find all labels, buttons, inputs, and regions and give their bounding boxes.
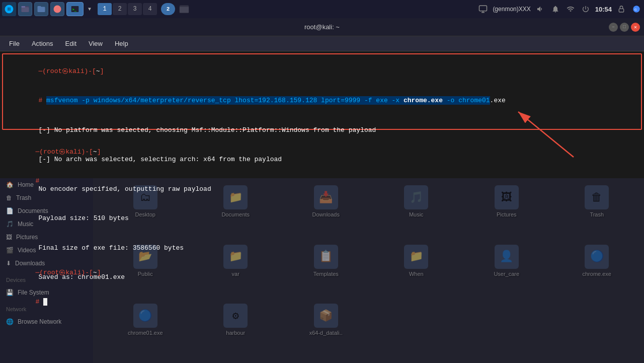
window-controls: – □ ✕ — [609, 23, 640, 32]
menu-view[interactable]: View — [84, 38, 108, 49]
prompt-path-2: ~ — [93, 148, 97, 156]
prompt-user-2: root㉿kali — [43, 148, 81, 156]
lower-terminal-1: ─(root㉿kali)-[~] # — [4, 134, 101, 196]
title-bar: root@kali: ~ – □ ✕ — [0, 18, 644, 36]
chrome-taskbar-icon[interactable]: G — [631, 4, 642, 15]
hash-symbol-1: # — [38, 97, 46, 104]
terminal-taskbar-btn[interactable]: >_ — [66, 2, 84, 16]
x64-icon: 📦 — [314, 304, 338, 328]
prompt-bracket-2: )-[ — [81, 148, 93, 156]
prompt-user-1: root㉿kali — [46, 67, 84, 75]
network-icon[interactable] — [565, 4, 576, 15]
prompt-path-1: ~ — [96, 67, 100, 75]
files-taskbar-btn[interactable] — [18, 2, 32, 16]
browse-network-icon: 🌐 — [6, 318, 14, 325]
workspace-1[interactable]: 1 — [98, 3, 112, 15]
prompt-bracket-3: )-[ — [81, 269, 93, 276]
svg-rect-8 — [479, 6, 487, 11]
workspace-switcher: 1 2 3 4 — [98, 3, 157, 15]
chrome01-exe-icon: 🔵 — [133, 304, 157, 328]
svg-rect-2 — [22, 6, 26, 8]
kali-menu-icon[interactable] — [2, 2, 16, 16]
prompt-line-1: ─(root㉿kali)-[~] — [7, 56, 637, 86]
taskbar-right: (genmon)XXX 10:54 G — [477, 4, 642, 15]
command-line: # msfvenom -p windows/x64/meterpreter/re… — [7, 86, 637, 116]
hash-line-2: # — [4, 167, 101, 196]
svg-text:G: G — [634, 8, 637, 11]
hash-symbol-3: # — [35, 298, 43, 306]
lower-terminal-2: ─(root㉿kali)-[~] # — [4, 258, 101, 317]
svg-rect-7 — [180, 7, 189, 13]
taskbar: >_ ▼ 1 2 3 4 2 (genmon)XXX 1 — [0, 0, 644, 18]
command-suffix: .exe — [490, 97, 506, 104]
output-line-1: [-] No platform was selected, choosing M… — [7, 115, 637, 145]
workspace-2[interactable]: 2 — [113, 3, 127, 15]
output-line-5: Final size of exe file: 3586560 bytes — [7, 233, 637, 263]
msfvenom-command: msfvenom -p windows/x64/meterpreter/reve… — [46, 96, 490, 105]
workspace-4[interactable]: 4 — [143, 3, 157, 15]
prompt-dash-2: ─( — [35, 148, 43, 156]
svg-text:>_: >_ — [72, 8, 76, 12]
prompt-path-3: ~ — [93, 269, 97, 276]
notification-count: 2 — [167, 6, 170, 12]
notification-bell-icon[interactable] — [550, 4, 561, 15]
prompt-dash-3: ─( — [35, 269, 43, 276]
folder-taskbar-btn[interactable] — [34, 2, 48, 16]
menu-edit[interactable]: Edit — [60, 38, 82, 49]
prompt-close-2: ] — [97, 148, 101, 156]
power-icon[interactable] — [580, 4, 591, 15]
output-line-2: [-] No arch was selected, selecting arch… — [7, 145, 637, 175]
menu-file[interactable]: File — [4, 38, 25, 49]
clock: 10:54 — [595, 6, 612, 13]
command-highlight-box: ─(root㉿kali)-[~] # msfvenom -p windows/x… — [2, 53, 642, 130]
menu-bar: File Actions Edit View Help — [0, 36, 644, 51]
output-line-6: Saved as: chrome01.exe — [7, 263, 637, 293]
svg-point-3 — [54, 6, 61, 13]
hash-line-3: # — [4, 287, 101, 317]
lock-icon[interactable] — [616, 4, 627, 15]
prompt-close-1: ] — [100, 67, 104, 75]
cursor-block — [43, 298, 47, 306]
svg-rect-1 — [22, 7, 29, 12]
maximize-button[interactable]: □ — [620, 23, 629, 32]
output-line-4: Payload size: 510 bytes — [7, 204, 637, 234]
terminal-window: root@kali: ~ – □ ✕ File Actions Edit Vie… — [0, 18, 644, 363]
display-icon[interactable] — [477, 4, 489, 15]
terminal-content: 🏠 Home 🗑 Trash 📄 Documents 🎵 Music 🖼 Pic… — [0, 51, 644, 363]
minimize-button[interactable]: – — [609, 23, 618, 32]
notification-badge[interactable]: 2 — [161, 3, 175, 15]
prompt-line-2: ─(root㉿kali)-[~] — [4, 137, 101, 167]
window-title: root@kali: ~ — [304, 23, 340, 31]
prompt-close-3: ] — [97, 269, 101, 276]
prompt-bracket-1: )-[ — [84, 67, 96, 75]
svg-rect-9 — [619, 9, 623, 12]
firefox-taskbar-btn[interactable] — [50, 2, 64, 16]
workspace-3[interactable]: 3 — [128, 3, 142, 15]
prompt-dash-1: ─( — [38, 67, 46, 75]
file-manager-taskbar-btn[interactable] — [177, 2, 191, 16]
volume-icon[interactable] — [535, 4, 546, 15]
hash-symbol-2: # — [35, 177, 39, 185]
system-info: (genmon)XXX — [493, 6, 530, 13]
menu-help[interactable]: Help — [110, 38, 133, 49]
sidebar-browse-network[interactable]: 🌐 Browse Network — [0, 315, 93, 328]
harbour-icon: ⚙ — [223, 304, 248, 328]
output-line-3: No encoder specified, outputting raw pay… — [7, 174, 637, 204]
prompt-line-3: ─(root㉿kali)-[~] — [4, 258, 101, 287]
close-button[interactable]: ✕ — [631, 23, 640, 32]
terminal-group-arrow[interactable]: ▼ — [86, 2, 94, 16]
prompt-user-3: root㉿kali — [43, 269, 81, 276]
menu-actions[interactable]: Actions — [27, 38, 58, 49]
